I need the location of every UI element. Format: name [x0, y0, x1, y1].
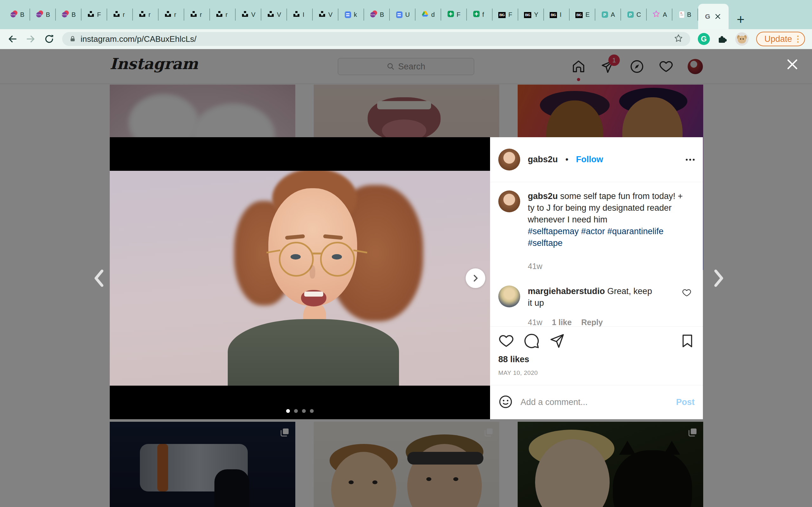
comment-like-count[interactable]: 1 like	[552, 318, 572, 326]
blackapp-favicon	[139, 11, 146, 19]
address-bar[interactable]: instagram.com/p/CABuxEhlcLs/	[62, 32, 690, 46]
browser-tab-blackapp[interactable]: r	[184, 0, 210, 29]
reload-button[interactable]	[44, 34, 55, 44]
gdocs-favicon	[345, 11, 351, 18]
post-comment-button[interactable]: Post	[676, 397, 695, 407]
close-tab-icon[interactable]	[714, 13, 722, 20]
commenter-avatar[interactable]	[498, 285, 520, 307]
carousel-dot	[294, 409, 298, 413]
close-modal-icon[interactable]	[785, 57, 799, 71]
follow-button[interactable]: Follow	[576, 155, 603, 164]
post-date: MAY 10, 2020	[498, 370, 695, 377]
browser-tab-big[interactable]: BIGF	[493, 0, 518, 29]
grammarly-extension-icon[interactable]: G	[698, 33, 710, 45]
browser-tab-pteal[interactable]: PC	[621, 0, 647, 29]
like-count[interactable]: 88 likes	[498, 354, 695, 364]
tab-title: r	[225, 11, 230, 18]
previous-post-button[interactable]	[91, 268, 108, 289]
browser-tab-whitedoc[interactable]: B	[672, 0, 698, 29]
extensions-puzzle-icon[interactable]	[717, 34, 728, 44]
blackapp-favicon	[216, 11, 223, 19]
active-browser-tab[interactable]: G	[698, 4, 728, 29]
browser-tab-big[interactable]: BIGY	[518, 0, 544, 29]
blackapp-favicon	[88, 11, 94, 19]
post-photo	[110, 137, 490, 419]
caption-row: gabs2u some self tape fun from today! + …	[498, 190, 695, 271]
tab-title: k	[354, 11, 358, 18]
tab-title: r	[174, 11, 178, 18]
browser-tab-biorg[interactable]: bi.orgB	[4, 0, 30, 29]
gsheets-favicon	[448, 11, 454, 18]
tab-title: B	[72, 11, 76, 18]
browser-tab-blackapp[interactable]: F	[82, 0, 107, 29]
bookmark-star-icon[interactable]	[674, 34, 683, 44]
commenter-username[interactable]: margiehaberstudio	[528, 286, 605, 296]
browser-tab-biorg[interactable]: bi.orgB	[30, 0, 56, 29]
like-icon[interactable]	[498, 333, 514, 350]
back-button[interactable]	[7, 34, 18, 44]
browser-tab-blackapp[interactable]: r	[159, 0, 184, 29]
browser-tab-biorg[interactable]: bi.orgB	[364, 0, 390, 29]
caption-hashtags[interactable]: #selftapemay #actor #quarantinelife #sel…	[528, 226, 685, 249]
browser-tab-big[interactable]: BIGE	[570, 0, 595, 29]
comment-like-icon[interactable]	[682, 288, 695, 326]
blackapp-favicon	[267, 11, 274, 19]
browser-tab-gdocs[interactable]: U	[390, 0, 415, 29]
blackapp-favicon	[113, 11, 120, 19]
browser-menu-icon[interactable]	[797, 36, 799, 43]
tab-title: U	[405, 11, 409, 18]
carousel-next-button[interactable]	[466, 268, 485, 288]
share-icon[interactable]	[549, 333, 565, 350]
browser-tab-gdocs[interactable]: k	[339, 0, 364, 29]
browser-tab-blackapp[interactable]: r	[210, 0, 236, 29]
browser-tab-blackapp[interactable]: V	[236, 0, 261, 29]
tab-title: F	[97, 11, 101, 18]
carousel-dots	[110, 409, 490, 413]
tab-title: I	[560, 11, 564, 18]
blackapp-favicon	[293, 11, 300, 19]
star-favicon	[653, 10, 660, 19]
browser-toolbar: instagram.com/p/CABuxEhlcLs/ G Update	[0, 29, 812, 49]
poster-avatar[interactable]	[498, 190, 520, 212]
comment-reply-button[interactable]: Reply	[581, 318, 603, 326]
next-post-button[interactable]	[710, 268, 726, 289]
tab-title: A	[611, 11, 615, 18]
browser-tab-gsheets[interactable]: f	[467, 0, 493, 29]
caption-username[interactable]: gabs2u	[528, 191, 558, 201]
browser-tab-blackapp[interactable]: r	[107, 0, 133, 29]
poster-username[interactable]: gabs2u	[528, 155, 558, 164]
browser-tab-gdrive[interactable]: d	[415, 0, 441, 29]
browser-profile-avatar[interactable]	[735, 32, 749, 46]
carousel-dot	[302, 409, 306, 413]
tab-title: B	[46, 11, 50, 18]
forward-button[interactable]	[26, 34, 36, 44]
poster-avatar[interactable]	[498, 149, 520, 170]
emoji-icon[interactable]	[498, 395, 513, 410]
browser-tab-biorg[interactable]: bi.orgB	[56, 0, 82, 29]
browser-tab-blackapp[interactable]: I	[287, 0, 313, 29]
browser-tab-big[interactable]: BIGI	[544, 0, 570, 29]
browser-tab-star[interactable]: A	[647, 0, 672, 29]
big-favicon: BIG	[498, 12, 505, 17]
comment-input[interactable]: Add a comment...	[520, 397, 668, 407]
browser-tab-pteal[interactable]: PA	[595, 0, 621, 29]
update-label: Update	[764, 34, 792, 44]
post-caption: gabs2u some self tape fun from today! + …	[528, 190, 695, 249]
post-detail-panel: gabs2u • Follow gabs2u some self tape fu…	[490, 137, 703, 419]
tab-title: r	[123, 11, 127, 18]
comment-icon[interactable]	[524, 333, 540, 350]
browser-tab-blackapp[interactable]: V	[261, 0, 287, 29]
browser-tab-gsheets[interactable]: F	[441, 0, 467, 29]
tab-title: d	[432, 11, 436, 18]
new-tab-button[interactable]: +	[734, 10, 748, 29]
browser-tab-blackapp[interactable]: r	[133, 0, 159, 29]
tab-title: F	[457, 11, 461, 18]
caption-timestamp: 41w	[528, 262, 695, 271]
tab-title: A	[663, 11, 667, 18]
chrome-update-button[interactable]: Update	[756, 32, 805, 46]
save-bookmark-icon[interactable]	[680, 334, 695, 349]
more-options-icon[interactable]	[686, 159, 695, 161]
site-favicon: G	[705, 13, 710, 20]
tab-title: V	[251, 11, 255, 18]
browser-tab-blackapp[interactable]: V	[313, 0, 339, 29]
